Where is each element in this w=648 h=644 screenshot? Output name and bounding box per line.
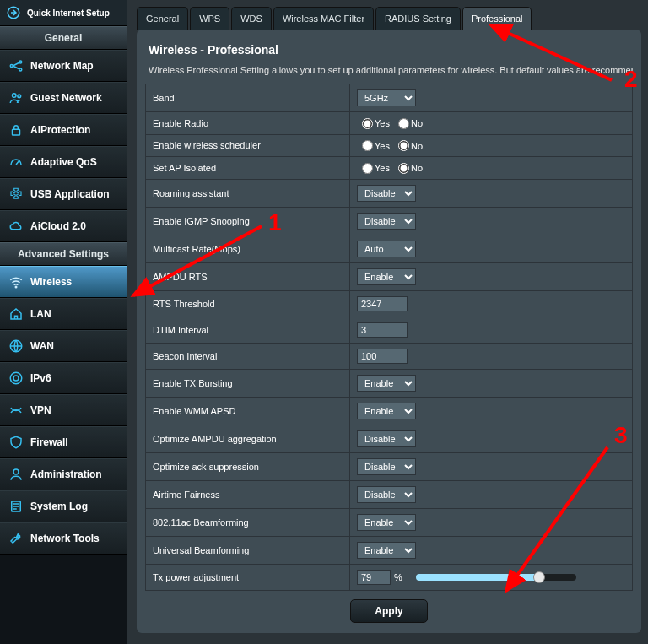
opt-ack-select[interactable]: Disable [357,458,416,475]
ap-yes[interactable] [362,163,373,174]
wmm-select[interactable]: Enable [357,403,416,419]
airtime-select[interactable]: Disable [357,486,416,503]
page-title: Wireless - Professional [148,43,633,57]
label-opt-ack: Optimize ack suppression [146,452,350,480]
label-igmp: Enable IGMP Snooping [146,207,350,235]
cloud-icon [7,217,25,235]
sidebar-item-wireless[interactable]: Wireless [0,266,127,298]
sidebar-item-lan[interactable]: LAN [0,298,127,330]
label-wmm: Enable WMM APSD [146,397,350,425]
txburst-select[interactable]: Enable [357,375,416,392]
roaming-select[interactable]: Disable [357,185,416,202]
label-enable-radio: Enable Radio [146,112,350,135]
svg-point-5 [18,95,21,98]
svg-point-9 [10,372,22,384]
sched-yes[interactable] [362,140,373,151]
home-icon [7,305,25,323]
svg-point-4 [13,94,17,98]
svg-point-3 [19,68,22,71]
enable-radio-yes[interactable] [362,118,373,129]
ipv6-icon [7,369,25,387]
globe-icon [7,337,25,355]
tab-wds[interactable]: WDS [231,7,272,30]
sidebar-item-network-tools[interactable]: Network Tools [0,522,127,555]
label-opt-ampdu: Optimize AMPDU aggregation [146,425,350,452]
label-rts: RTS Threshold [146,290,350,317]
user-icon [7,465,25,484]
sidebar-item-administration[interactable]: Administration [0,458,127,490]
label-txpower: Tx power adjustment [146,564,350,590]
tab-wps[interactable]: WPS [190,7,230,30]
svg-rect-6 [13,129,20,135]
sidebar-item-aiprotection[interactable]: AiProtection [0,114,127,146]
log-icon [7,497,25,516]
settings-table: Band 5GHz Enable Radio YesNo Enable wire… [145,84,633,591]
txpower-input[interactable] [357,570,391,585]
guest-network-icon [7,89,25,107]
apply-button[interactable]: Apply [350,599,427,623]
wrench-icon [7,529,25,548]
puzzle-icon [7,185,25,203]
sidebar-item-vpn[interactable]: VPN [0,394,127,426]
beacon-input[interactable] [357,349,408,364]
ap-no[interactable] [398,163,409,174]
label-ac-beamforming: 802.11ac Beamforming [146,508,350,536]
label-roaming: Roaming assistant [146,179,350,207]
sched-no[interactable] [398,140,409,151]
svg-point-11 [14,469,19,474]
label-band: Band [146,84,350,112]
main-content: General WPS WDS Wireless MAC Filter RADI… [127,0,648,644]
label-ap-isolated: Set AP Isolated [146,157,350,180]
dtim-input[interactable] [357,322,408,338]
section-general-header: General [0,26,127,50]
settings-panel: Wireless - Professional Wireless Profess… [137,30,641,633]
sidebar-item-network-map[interactable]: Network Map [0,50,127,82]
tabs-bar: General WPS WDS Wireless MAC Filter RADI… [127,0,648,30]
label-airtime: Airtime Fairness [146,480,350,508]
gauge-icon [7,153,25,171]
network-map-icon [7,57,25,75]
svg-point-10 [14,376,19,381]
label-ampdu-rts: AMPDU RTS [146,262,350,290]
setup-icon [4,3,23,22]
sidebar-item-ipv6[interactable]: IPv6 [0,362,127,394]
enable-radio-no[interactable] [398,118,409,129]
sidebar: Quick Internet Setup General Network Map… [0,0,127,644]
sidebar-item-system-log[interactable]: System Log [0,490,127,522]
sidebar-item-usb-application[interactable]: USB Application [0,178,127,210]
quick-internet-setup[interactable]: Quick Internet Setup [0,0,127,26]
label-txbursting: Enable TX Bursting [146,369,350,397]
label-wireless-scheduler: Enable wireless scheduler [146,134,350,157]
shield-icon [7,433,25,452]
tab-mac-filter[interactable]: Wireless MAC Filter [273,7,374,30]
sidebar-item-firewall[interactable]: Firewall [0,426,127,458]
page-description: Wireless Professional Setting allows you… [148,65,633,75]
tab-general[interactable]: General [137,7,188,30]
mcast-select[interactable]: Auto [357,241,416,257]
txpower-slider[interactable] [416,574,576,581]
igmp-select[interactable]: Disable [357,213,416,230]
sidebar-item-wan[interactable]: WAN [0,330,127,362]
svg-point-7 [15,286,17,288]
lock-icon [7,121,25,139]
label-dtim: DTIM Interval [146,317,350,343]
wifi-icon [7,273,25,291]
label-multicast: Multicast Rate(Mbps) [146,235,350,262]
vpn-icon [7,401,25,419]
section-advanced-header: Advanced Settings [0,242,127,266]
band-select[interactable]: 5GHz [357,89,416,106]
uni-bf-select[interactable]: Enable [357,542,416,559]
sidebar-item-adaptive-qos[interactable]: Adaptive QoS [0,146,127,178]
ampdu-select[interactable]: Enable [357,268,416,285]
ac-bf-select[interactable]: Enable [357,514,416,531]
sidebar-item-aicloud[interactable]: AiCloud 2.0 [0,210,127,242]
svg-point-1 [10,65,13,68]
opt-ampdu-select[interactable]: Disable [357,430,416,447]
tab-radius[interactable]: RADIUS Setting [375,7,461,30]
rts-input[interactable] [357,296,408,311]
label-uni-beamforming: Universal Beamforming [146,536,350,564]
label-beacon: Beacon Interval [146,343,350,369]
tab-professional[interactable]: Professional [462,7,532,30]
svg-point-2 [19,61,22,63]
sidebar-item-guest-network[interactable]: Guest Network [0,82,127,114]
